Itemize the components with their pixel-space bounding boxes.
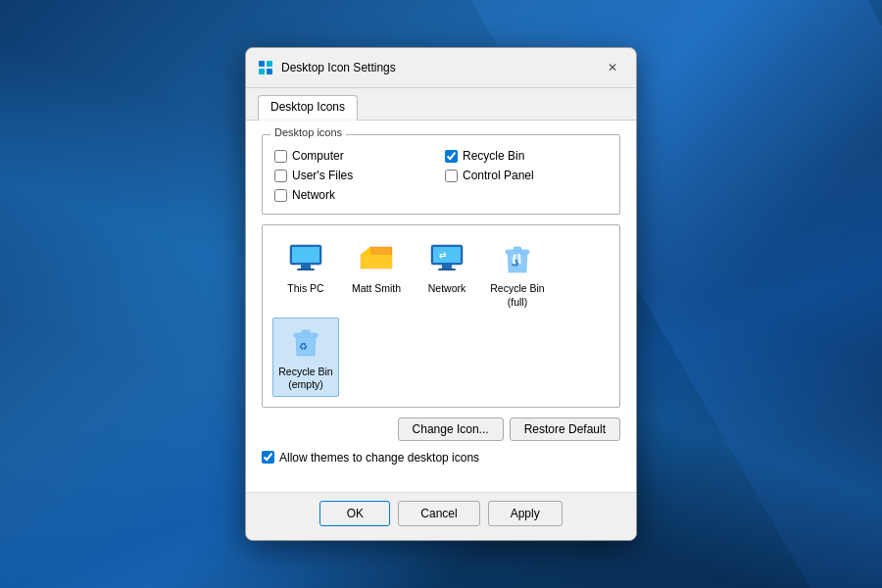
- computer-checkbox[interactable]: [274, 150, 287, 163]
- recycle-bin-empty-icon: ♻: [286, 322, 325, 362]
- users-files-label: User's Files: [292, 169, 353, 182]
- dialog-content: Desktop icons Computer Recycle Bin User'…: [246, 121, 636, 492]
- svg-rect-5: [292, 247, 319, 263]
- network-label: Network: [292, 188, 335, 202]
- matt-smith-icon: [357, 239, 396, 278]
- svg-text:♻: ♻: [299, 341, 308, 352]
- recycle-bin-full-label: Recycle Bin (full): [488, 282, 547, 309]
- svg-rect-6: [301, 265, 311, 269]
- tab-bar: Desktop Icons: [246, 88, 636, 121]
- recycle-bin-checkbox[interactable]: [445, 150, 458, 163]
- apply-button[interactable]: Apply: [488, 501, 563, 526]
- this-pc-icon-item[interactable]: This PC: [272, 235, 339, 313]
- network-icon-item[interactable]: ⇄ Network: [414, 235, 480, 313]
- dialog-title: Desktop Icon Settings: [281, 61, 396, 74]
- svg-rect-11: [442, 265, 452, 269]
- checkbox-grid: Computer Recycle Bin User's Files Contro…: [274, 149, 608, 202]
- cancel-button[interactable]: Cancel: [398, 501, 479, 526]
- close-button[interactable]: ✕: [601, 56, 624, 79]
- network-icon: ⇄: [427, 239, 466, 278]
- network-label: Network: [428, 282, 466, 296]
- icon-action-row: Change Icon... Restore Default: [262, 417, 620, 441]
- icon-grid-area: This PC Matt Smith: [262, 224, 620, 408]
- svg-rect-10: [433, 247, 461, 263]
- ok-button[interactable]: OK: [319, 501, 390, 526]
- matt-smith-label: Matt Smith: [352, 282, 401, 296]
- icon-grid: This PC Matt Smith: [272, 235, 610, 397]
- svg-rect-8: [361, 255, 392, 269]
- recycle-bin-full-icon-item[interactable]: ♻ Recycle Bin (full): [484, 235, 551, 313]
- computer-label: Computer: [292, 149, 344, 163]
- control-panel-checkbox[interactable]: [445, 170, 458, 182]
- svg-rect-1: [267, 61, 272, 67]
- recycle-bin-empty-label: Recycle Bin (empty): [277, 366, 334, 392]
- svg-rect-7: [297, 269, 315, 270]
- users-files-checkbox-item[interactable]: User's Files: [274, 169, 437, 182]
- allow-themes-checkbox-item[interactable]: Allow themes to change desktop icons: [262, 451, 620, 465]
- svg-text:⇄: ⇄: [439, 250, 447, 260]
- svg-rect-0: [259, 61, 265, 67]
- desktop-icons-group: Desktop icons Computer Recycle Bin User'…: [262, 134, 620, 215]
- title-bar: Desktop Icon Settings ✕: [246, 48, 636, 88]
- allow-themes-label: Allow themes to change desktop icons: [279, 451, 479, 465]
- svg-rect-2: [259, 69, 265, 74]
- title-bar-left: Desktop Icon Settings: [258, 60, 396, 75]
- matt-smith-icon-item[interactable]: Matt Smith: [343, 235, 410, 313]
- this-pc-icon: [286, 239, 325, 278]
- control-panel-label: Control Panel: [463, 169, 534, 182]
- svg-rect-15: [514, 247, 521, 251]
- svg-rect-12: [438, 269, 456, 270]
- dialog-overlay: Desktop Icon Settings ✕ Desktop Icons De…: [0, 0, 882, 588]
- restore-default-button[interactable]: Restore Default: [510, 417, 620, 441]
- group-label: Desktop icons: [270, 126, 346, 138]
- recycle-bin-checkbox-item[interactable]: Recycle Bin: [445, 149, 608, 163]
- desktop-icons-tab[interactable]: Desktop Icons: [258, 95, 358, 121]
- svg-rect-20: [302, 330, 310, 334]
- control-panel-checkbox-item[interactable]: Control Panel: [445, 169, 608, 182]
- recycle-bin-full-icon: ♻: [498, 239, 537, 278]
- users-files-checkbox[interactable]: [274, 170, 287, 182]
- desktop-icon-settings-dialog: Desktop Icon Settings ✕ Desktop Icons De…: [245, 47, 637, 541]
- dialog-footer: OK Cancel Apply: [246, 492, 636, 540]
- allow-themes-checkbox[interactable]: [262, 451, 274, 464]
- recycle-bin-empty-icon-item[interactable]: ♻ Recycle Bin (empty): [272, 318, 339, 397]
- network-checkbox-item[interactable]: Network: [274, 188, 437, 202]
- recycle-bin-label: Recycle Bin: [463, 149, 524, 163]
- this-pc-label: This PC: [287, 282, 323, 296]
- change-icon-button[interactable]: Change Icon...: [398, 417, 504, 441]
- svg-rect-3: [267, 69, 272, 74]
- network-checkbox[interactable]: [274, 189, 287, 202]
- dialog-title-icon: [258, 60, 273, 75]
- computer-checkbox-item[interactable]: Computer: [274, 149, 437, 163]
